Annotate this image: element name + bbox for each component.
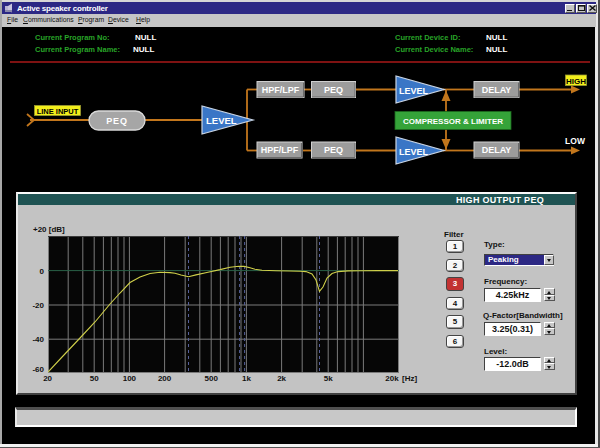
svg-text:COMPRESSOR & LIMITER: COMPRESSOR & LIMITER bbox=[403, 117, 503, 126]
svg-text:HPF/LPF: HPF/LPF bbox=[262, 85, 300, 95]
svg-text:LEVEL: LEVEL bbox=[206, 115, 237, 126]
svg-text:PEQ: PEQ bbox=[324, 145, 343, 155]
svg-text:LEVEL: LEVEL bbox=[399, 147, 429, 157]
svg-text:LINE INPUT: LINE INPUT bbox=[37, 107, 79, 116]
svg-text:PEQ: PEQ bbox=[106, 116, 127, 126]
svg-text:PEQ: PEQ bbox=[324, 85, 343, 95]
svg-text:HIGH: HIGH bbox=[566, 77, 586, 86]
svg-text:LEVEL: LEVEL bbox=[399, 86, 429, 96]
svg-text:LOW: LOW bbox=[565, 136, 586, 146]
svg-text:DELAY: DELAY bbox=[482, 85, 512, 95]
svg-text:DELAY: DELAY bbox=[482, 145, 512, 155]
svg-text:HPF/LPF: HPF/LPF bbox=[261, 145, 299, 155]
